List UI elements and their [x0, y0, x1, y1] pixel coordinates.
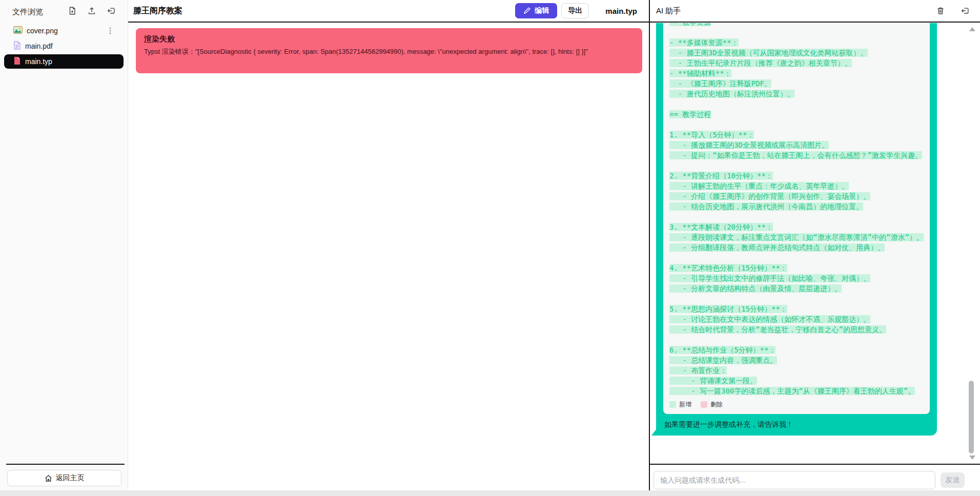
render-error-title: 渲染失败	[144, 34, 634, 44]
diff-line: 3. **文本解读（20分钟）**：	[669, 222, 924, 232]
send-button[interactable]: 发送	[941, 472, 965, 488]
diff-line: - **辅助材料**：	[669, 68, 924, 78]
diff-line: - 结合历史地图，展示唐代洪州（今南昌）的地理位置。	[669, 201, 924, 212]
edit-button-label: 编辑	[535, 6, 549, 15]
diff-line: 2. **背景介绍（10分钟）**：	[669, 171, 924, 181]
trash-icon[interactable]	[935, 6, 945, 16]
back-home-label: 返回主页	[56, 473, 85, 483]
removed-label: 删除	[710, 400, 723, 409]
diff-line: - 逐段朗读课文，标注重点文言词汇（如“潦水尽而寒潭清”中的“潦水”）。	[669, 232, 924, 242]
chat-input[interactable]	[654, 471, 935, 489]
current-filename: main.typ	[605, 7, 637, 15]
image-file-icon	[13, 26, 23, 35]
diff-line: - 播放滕王阁的3D全景视频或展示高清图片。	[669, 140, 924, 150]
file-name: cover.png	[27, 27, 58, 35]
edit-button[interactable]: 编辑	[515, 3, 557, 18]
render-error-box: 渲染失败 Typst 渲染错误："[SourceDiagnostic { sev…	[136, 28, 642, 73]
diff-line: - 结合时代背景，分析“老当益壮，宁移白首之心”的思想意义。	[669, 324, 924, 335]
scroll-down-arrow-icon[interactable]	[969, 456, 975, 460]
collapse-sidebar-icon[interactable]	[106, 6, 116, 15]
diff-line: - 总结课堂内容，强调重点。	[669, 355, 924, 365]
window-bottom-strip	[0, 490, 980, 496]
back-home-button[interactable]: 返回主页	[7, 470, 121, 486]
file-row-main-typ[interactable]: main.typ	[4, 54, 124, 69]
diff-line: == 教学过程	[669, 109, 924, 119]
pdf-file-icon	[13, 41, 21, 51]
file-name: main.pdf	[25, 42, 53, 50]
diff-line	[669, 160, 924, 171]
file-name: main.typ	[25, 57, 52, 66]
diff-line: == 教学资源	[669, 23, 924, 27]
editor-header: 滕王阁序教案 编辑 导出 main.typ	[128, 0, 649, 23]
added-label: 新增	[679, 400, 691, 409]
diff-code-block: == 教学资源- **多媒体资源**： - 滕王阁3D全景视频（可从国家地理或文…	[663, 23, 930, 414]
diff-line: 4. **艺术特色分析（15分钟）**：	[669, 263, 924, 273]
diff-line: - 布置作业：	[669, 365, 924, 376]
removed-swatch	[701, 401, 707, 408]
document-title: 滕王阁序教案	[133, 6, 182, 16]
sidebar-title: 文件浏览	[12, 7, 43, 17]
file-browser-sidebar: 文件浏览 cover.png	[0, 0, 128, 490]
editor-panel: 滕王阁序教案 编辑 导出 main.typ 渲染失败 Typst 渲染错误："[…	[128, 0, 649, 490]
diff-line	[669, 27, 924, 37]
upload-icon[interactable]	[87, 6, 96, 15]
chat-scrollbar[interactable]	[967, 23, 978, 464]
app-window: 文件浏览 cover.png	[0, 0, 980, 496]
scroll-up-arrow-icon[interactable]	[969, 27, 975, 31]
diff-line	[669, 99, 924, 109]
diff-line: - 滕王阁3D全景视频（可从国家地理或文化类网站获取）。	[669, 48, 924, 58]
diff-line	[669, 119, 924, 130]
added-swatch	[669, 401, 676, 408]
assistant-closing-message: 如果需要进一步调整或补充，请告诉我！	[663, 420, 930, 429]
pencil-icon	[523, 7, 530, 14]
scrollbar-thumb[interactable]	[969, 381, 974, 453]
diff-line: - 唐代历史地图（标注洪州位置）。	[669, 89, 924, 99]
assistant-message-bubble: == 教学资源- **多媒体资源**： - 滕王阁3D全景视频（可从国家地理或文…	[656, 23, 937, 436]
diff-line: - 背诵课文第一段。	[669, 376, 924, 386]
diff-line: - 《滕王阁序》注释版PDF。	[669, 78, 924, 89]
diff-line	[669, 253, 924, 263]
sidebar-toolbar	[67, 6, 116, 15]
diff-line: - 介绍《滕王阁序》的创作背景（即兴创作、宴会场景）。	[669, 191, 924, 201]
collapse-panel-icon[interactable]	[960, 6, 970, 16]
diff-line: - 讨论王勃在文中表达的情感（如怀才不遇、乐观豁达）。	[669, 314, 924, 324]
new-file-icon[interactable]	[67, 6, 77, 15]
diff-line: - 引导学生找出文中的修辞手法（如比喻、夸张、对偶）。	[669, 273, 924, 283]
diff-line: - 王勃生平纪录片片段（推荐《唐之韵》相关章节）。	[669, 58, 924, 68]
diff-line	[669, 212, 924, 222]
assistant-header: AI 助手	[650, 0, 980, 23]
diff-line: 1. **导入（5分钟）**：	[669, 130, 924, 140]
diff-line: - 提问：“如果你是王勃，站在滕王阁上，会有什么感想？”激发学生兴趣。	[669, 150, 924, 160]
file-row-cover-png[interactable]: cover.png	[4, 24, 124, 38]
file-list: cover.png main.pdf main.typ	[4, 24, 124, 69]
diff-line: 5. **思想内涵探讨（15分钟）**：	[669, 304, 924, 314]
export-button[interactable]: 导出	[561, 3, 589, 18]
diff-line: - **多媒体资源**：	[669, 37, 924, 48]
diff-line	[669, 335, 924, 345]
diff-line: - 分组翻译段落，教师点评并总结句式特点（如对仗、用典）。	[669, 242, 924, 253]
typ-file-icon	[13, 56, 21, 67]
chat-area: == 教学资源- **多媒体资源**： - 滕王阁3D全景视频（可从国家地理或文…	[651, 23, 967, 464]
ai-assistant-panel: AI 助手 == 教学资源- **多媒体资源**： - 滕王阁3D全景视频（可从…	[649, 0, 980, 490]
diff-line	[669, 294, 924, 304]
diff-legend: 新增 删除	[669, 400, 924, 409]
diff-line: - 分析文章的结构特点（由景及情、层层递进）。	[669, 283, 924, 294]
diff-lines: == 教学资源- **多媒体资源**： - 滕王阁3D全景视频（可从国家地理或文…	[669, 23, 924, 396]
file-row-main-pdf[interactable]: main.pdf	[4, 39, 124, 53]
diff-line: 6. **总结与作业（5分钟）**：	[669, 345, 924, 355]
diff-line: - 写一篇300字的读后感，主题为“从《滕王阁序》看王勃的人生观”。	[669, 386, 924, 396]
chat-input-bar: 发送	[650, 464, 980, 490]
home-icon	[45, 474, 52, 482]
sidebar-bottom-divider	[6, 464, 125, 465]
assistant-title: AI 助手	[656, 6, 681, 16]
file-menu-dots-icon[interactable]	[107, 27, 114, 35]
diff-line: - 讲解王勃的生平（重点：年少成名、英年早逝）。	[669, 181, 924, 191]
render-error-message: Typst 渲染错误："[SourceDiagnostic { severity…	[144, 47, 634, 56]
